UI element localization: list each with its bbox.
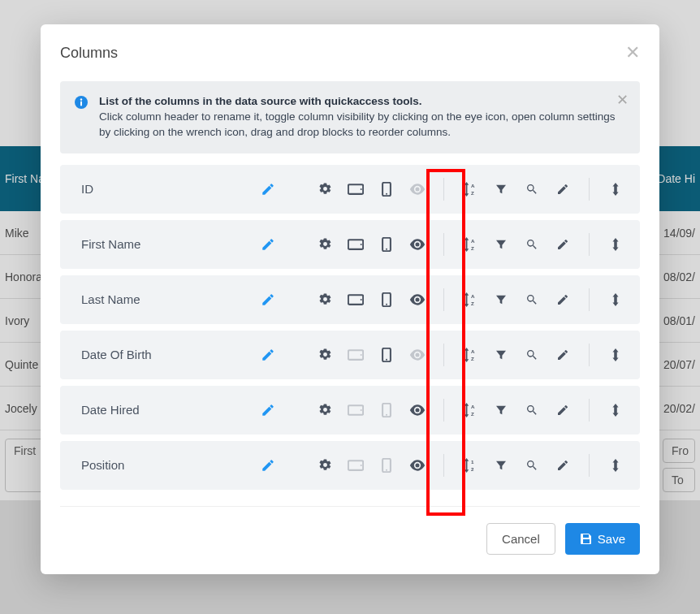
divider [589,399,590,422]
svg-point-30 [386,413,387,415]
svg-point-18 [386,303,387,305]
search-icon[interactable] [524,183,540,196]
search-icon[interactable] [524,404,540,417]
column-row[interactable]: ID AZ [60,165,640,214]
modal-footer: Cancel Save [60,506,640,555]
search-icon[interactable] [524,293,540,306]
sort-icon[interactable]: AZ [462,348,478,362]
tablet-icon[interactable] [348,294,364,305]
phone-icon[interactable] [378,182,395,197]
svg-point-24 [386,358,387,360]
pencil-icon[interactable] [260,403,276,417]
divider [443,399,444,422]
pencil-icon[interactable] [260,237,276,252]
search-icon[interactable] [524,459,540,472]
phone-icon[interactable] [378,348,395,362]
edit-icon[interactable] [555,459,571,472]
sort-icon[interactable]: 12 [462,458,478,473]
eye-icon[interactable] [409,184,426,195]
filter-icon[interactable] [493,238,509,251]
edit-icon[interactable] [555,238,571,251]
svg-text:Z: Z [471,356,474,361]
column-row[interactable]: Date Of Birth AZ [60,331,640,379]
svg-point-22 [361,354,362,356]
close-icon[interactable]: ✕ [625,44,640,62]
column-row[interactable]: Last Name AZ [60,275,640,324]
column-row[interactable]: Date Hired AZ [60,386,640,435]
column-label[interactable]: ID [81,182,235,196]
sort-icon[interactable]: AZ [462,403,478,417]
tablet-icon[interactable] [348,349,364,361]
column-label[interactable]: Date Of Birth [81,348,235,361]
edit-icon[interactable] [555,404,571,417]
phone-icon[interactable] [378,403,395,417]
svg-point-34 [361,465,362,466]
svg-point-4 [361,188,362,190]
tablet-icon[interactable] [348,460,364,471]
gear-icon[interactable] [317,182,333,196]
drag-icon[interactable] [607,183,624,196]
eye-icon[interactable] [409,294,426,305]
edit-icon[interactable] [555,183,571,196]
drag-icon[interactable] [607,238,624,251]
gear-icon[interactable] [317,458,333,472]
sort-icon[interactable]: AZ [462,237,478,252]
svg-rect-2 [80,102,82,106]
pencil-icon[interactable] [260,348,276,362]
drag-icon[interactable] [607,404,624,417]
search-icon[interactable] [524,238,540,251]
eye-icon[interactable] [409,349,426,361]
svg-point-6 [386,192,387,194]
save-button[interactable]: Save [565,523,640,555]
edit-icon[interactable] [555,293,571,306]
pencil-icon[interactable] [260,182,276,197]
cancel-button[interactable]: Cancel [486,523,555,555]
phone-icon[interactable] [378,458,395,473]
column-row[interactable]: Position 12 [60,441,640,490]
filter-icon[interactable] [493,293,509,306]
filter-icon[interactable] [493,348,509,361]
sort-icon[interactable]: AZ [462,182,478,197]
gear-icon[interactable] [317,292,333,306]
eye-icon[interactable] [409,404,426,416]
svg-point-12 [386,248,387,249]
phone-icon[interactable] [378,292,395,307]
column-row[interactable]: First Name AZ [60,220,640,269]
drag-icon[interactable] [607,459,624,472]
filter-icon[interactable] [493,404,509,417]
drag-icon[interactable] [607,293,624,306]
modal-title: Columns [60,45,118,62]
tablet-icon[interactable] [348,184,364,195]
svg-point-10 [361,244,362,245]
phone-icon[interactable] [378,237,395,252]
svg-point-36 [386,469,387,470]
modal-header: Columns ✕ [60,44,640,62]
svg-text:A: A [471,293,475,299]
eye-icon[interactable] [409,460,426,471]
eye-icon[interactable] [409,239,426,250]
drag-icon[interactable] [607,348,624,361]
svg-text:A: A [471,348,475,354]
column-label[interactable]: Date Hired [81,403,235,417]
filter-icon[interactable] [493,459,509,472]
tablet-icon[interactable] [348,239,364,250]
column-label[interactable]: Position [81,458,235,472]
column-label[interactable]: Last Name [81,292,235,306]
svg-text:2: 2 [471,466,474,472]
pencil-icon[interactable] [260,458,276,473]
filter-icon[interactable] [493,183,509,196]
gear-icon[interactable] [317,348,333,361]
sort-icon[interactable]: AZ [462,292,478,307]
gear-icon[interactable] [317,237,333,251]
edit-icon[interactable] [555,348,571,361]
svg-text:1: 1 [471,459,474,465]
tablet-icon[interactable] [348,404,364,416]
gear-icon[interactable] [317,403,333,417]
close-icon[interactable]: ✕ [616,91,629,109]
pencil-icon[interactable] [260,292,276,307]
svg-text:Z: Z [471,301,474,306]
save-icon [580,532,593,545]
search-icon[interactable] [524,348,540,361]
info-body: Click column header to rename it, toggle… [99,110,616,138]
column-label[interactable]: First Name [81,237,235,251]
